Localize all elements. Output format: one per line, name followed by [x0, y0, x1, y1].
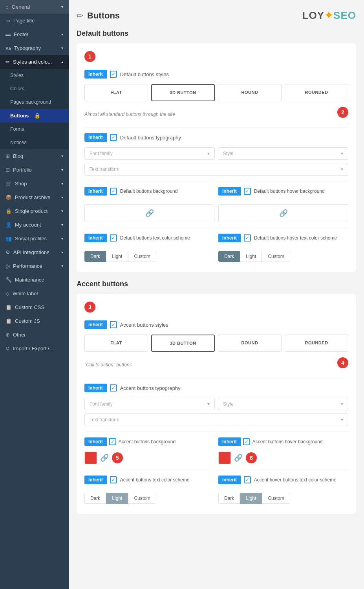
- accent-hover-bg-inherit-button[interactable]: Inherit: [218, 437, 241, 446]
- sidebar-item-custom-js[interactable]: 📋 Custom JS: [0, 314, 69, 328]
- accent-btn-style-flat[interactable]: FLAT: [84, 335, 148, 352]
- dropdown-arrow-icon: ▾: [341, 166, 343, 172]
- scheme-custom-button[interactable]: Custom: [128, 251, 156, 262]
- accent-hover-scheme-light-button[interactable]: Light: [240, 493, 262, 504]
- default-hover-bg-inherit-button[interactable]: Inherit: [218, 187, 241, 196]
- sidebar-item-styles[interactable]: Styles: [0, 69, 69, 82]
- page-header-left: ✏ Buttons: [77, 11, 120, 21]
- default-typography-inherit-button[interactable]: Inherit: [84, 133, 107, 142]
- btn-style-flat[interactable]: FLAT: [84, 84, 148, 101]
- sidebar-item-typography[interactable]: Aa Typography ▾: [0, 41, 69, 55]
- scheme-light-button[interactable]: Light: [106, 251, 128, 262]
- default-hover-bg-color-picker[interactable]: 🔗: [218, 204, 348, 222]
- chevron-icon: ▾: [61, 32, 63, 37]
- sidebar-item-buttons[interactable]: Buttons 🔒: [0, 109, 69, 123]
- default-text-scheme-checkbox[interactable]: ✓: [110, 234, 117, 241]
- sidebar-item-general[interactable]: ⌂ General ▾: [0, 0, 69, 14]
- sidebar-label-typography: Typography: [14, 45, 41, 51]
- sidebar-item-single-product[interactable]: 🔒 Single product ▾: [0, 204, 69, 218]
- sidebar-item-footer[interactable]: ▬ Footer ▾: [0, 27, 69, 41]
- default-styles-inherit-button[interactable]: Inherit: [84, 70, 107, 79]
- default-hover-scheme-buttons: Dark Light Custom: [218, 251, 348, 262]
- scheme-dark-button[interactable]: Dark: [84, 251, 106, 262]
- accent-btn-style-round[interactable]: ROUND: [218, 335, 282, 352]
- accent-bg-checkbox[interactable]: ✓: [109, 438, 116, 445]
- accent-scheme-light-button[interactable]: Light: [106, 493, 128, 504]
- sidebar-item-product-archive[interactable]: 📦 Product archive ▾: [0, 190, 69, 204]
- sidebar-label-product-archive: Product archive: [15, 194, 50, 200]
- btn-style-rounded[interactable]: ROUNDED: [285, 84, 348, 101]
- sidebar-item-notices[interactable]: Notices: [0, 136, 69, 149]
- sidebar-item-social-profiles[interactable]: 👥 Social profiles ▾: [0, 232, 69, 245]
- scheme-dark-hover-button[interactable]: Dark: [218, 251, 240, 262]
- accent-hover-text-scheme-inherit-button[interactable]: Inherit: [218, 476, 241, 484]
- sidebar-label-api-integrations: API integrations: [13, 249, 49, 255]
- accent-bg-inherit-button[interactable]: Inherit: [84, 437, 107, 446]
- sidebar-item-colors[interactable]: Colors: [0, 82, 69, 95]
- default-hover-text-scheme-inherit-row: Inherit ✓ Default buttons hover text col…: [218, 234, 348, 242]
- default-text-scheme-inherit-button[interactable]: Inherit: [84, 234, 107, 242]
- default-bg-color-picker[interactable]: 🔗: [84, 204, 214, 222]
- scheme-custom-hover-button[interactable]: Custom: [262, 251, 290, 262]
- default-typography-checkbox[interactable]: ✓: [110, 134, 117, 141]
- typography-icon: Aa: [5, 46, 11, 51]
- accent-scheme-dark-button[interactable]: Dark: [84, 493, 106, 504]
- default-hover-text-scheme-inherit-button[interactable]: Inherit: [218, 234, 241, 242]
- sidebar-item-portfolio[interactable]: ⊡ Portfolio ▾: [0, 163, 69, 177]
- sidebar-item-page-title[interactable]: ▭ Page title: [0, 14, 69, 27]
- accent-bg-color-swatch[interactable]: [84, 452, 97, 464]
- accent-styles-inherit-button[interactable]: Inherit: [84, 320, 107, 329]
- btn-style-round[interactable]: ROUND: [218, 84, 282, 101]
- sidebar-item-maintenance[interactable]: 🔧 Maintenance: [0, 273, 69, 287]
- sidebar-item-pages-background[interactable]: Pages background: [0, 95, 69, 109]
- sidebar-item-blog[interactable]: ⊞ Blog ▾: [0, 149, 69, 163]
- default-styles-hint: Almost all standard buttons through the …: [84, 112, 333, 117]
- text-transform-dropdown[interactable]: Text transform ▾: [84, 163, 348, 176]
- accent-hover-bg-color-swatch[interactable]: [218, 452, 231, 464]
- accent-styles-checkbox[interactable]: ✓: [110, 321, 117, 328]
- sidebar-item-my-account[interactable]: 👤 My account ▾: [0, 218, 69, 232]
- font-family-dropdown[interactable]: Font family ▾: [84, 147, 215, 160]
- sidebar-item-api-integrations[interactable]: ⚙ API integrations ▾: [0, 245, 69, 259]
- sidebar-item-white-label[interactable]: ◇ White label: [0, 287, 69, 300]
- sidebar-item-custom-css[interactable]: 📋 Custom CSS: [0, 300, 69, 314]
- btn-style-3d[interactable]: 3D BUTTON: [151, 84, 215, 101]
- accent-typography-checkbox[interactable]: ✓: [110, 384, 117, 391]
- default-hover-bg-checkbox[interactable]: ✓: [244, 188, 251, 195]
- text-scheme-col: Inherit ✓ Default buttons text color sch…: [84, 234, 214, 262]
- sidebar-item-other[interactable]: ⊕ Other: [0, 328, 69, 342]
- accent-hover-text-scheme-checkbox[interactable]: ✓: [244, 476, 251, 483]
- accent-hover-bg-checkbox[interactable]: ✓: [243, 438, 250, 445]
- sidebar-sub-label: Notices: [10, 140, 27, 145]
- sidebar-sub-label: Forms: [10, 126, 24, 132]
- accent-style-dropdown[interactable]: Style ▾: [218, 398, 348, 410]
- sidebar-item-forms[interactable]: Forms: [0, 123, 69, 136]
- accent-hover-scheme-dark-button[interactable]: Dark: [218, 493, 240, 504]
- accent-font-family-dropdown[interactable]: Font family ▾: [84, 398, 215, 410]
- accent-scheme-custom-button[interactable]: Custom: [128, 493, 156, 504]
- font-family-placeholder: Font family: [90, 151, 113, 156]
- accent-style-placeholder: Style: [223, 401, 234, 407]
- style-dropdown[interactable]: Style ▾: [218, 147, 348, 160]
- accent-hover-scheme-custom-button[interactable]: Custom: [262, 493, 290, 504]
- logo-seo: SEO: [333, 9, 356, 21]
- accent-bg-label: Accent buttons background: [119, 439, 176, 444]
- default-hover-text-scheme-checkbox[interactable]: ✓: [244, 234, 251, 241]
- default-bg-checkbox[interactable]: ✓: [110, 188, 117, 195]
- sidebar-item-performance[interactable]: ◎ Performance ▾: [0, 259, 69, 273]
- default-bg-inherit-button[interactable]: Inherit: [84, 187, 107, 196]
- sidebar-item-import-export[interactable]: ↺ Import / Export /...: [0, 342, 69, 355]
- accent-btn-style-rounded[interactable]: ROUNDED: [285, 335, 348, 352]
- default-styles-checkbox[interactable]: ✓: [110, 71, 117, 78]
- sidebar-sub-label: Buttons: [10, 113, 29, 119]
- sidebar-item-shop[interactable]: 🛒 Shop ▾: [0, 177, 69, 190]
- import-export-icon: ↺: [5, 346, 10, 351]
- sidebar-item-styles-colors[interactable]: ✏ Styles and colo... ▴: [0, 55, 69, 69]
- accent-text-scheme-inherit-button[interactable]: Inherit: [84, 476, 107, 484]
- accent-btn-style-3d[interactable]: 3D BUTTON: [151, 335, 215, 352]
- accent-text-transform-dropdown[interactable]: Text transform ▾: [84, 413, 348, 426]
- accent-text-scheme-checkbox[interactable]: ✓: [110, 476, 117, 483]
- accent-typography-inherit-button[interactable]: Inherit: [84, 384, 107, 392]
- scheme-light-hover-button[interactable]: Light: [240, 251, 262, 262]
- hover-bg-col: Inherit ✓ Default buttons hover backgrou…: [218, 187, 348, 222]
